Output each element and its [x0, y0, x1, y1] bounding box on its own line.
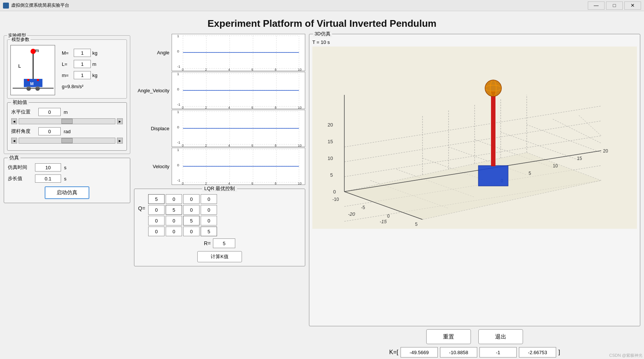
q-matrix-cell-1-1[interactable] [166, 205, 182, 215]
svg-text:6: 6 [252, 182, 254, 185]
svg-text:2: 2 [205, 144, 207, 147]
svg-text:5: 5 [415, 222, 418, 227]
svg-text:5: 5 [529, 171, 531, 176]
svg-text:10: 10 [298, 68, 302, 71]
sim-step-input[interactable] [35, 174, 61, 183]
q-matrix-cell-3-3[interactable] [201, 227, 217, 236]
calc-k-button[interactable]: 计算K值 [197, 251, 242, 262]
q-input-2-2[interactable] [184, 216, 199, 225]
m-input[interactable] [74, 71, 91, 79]
position-unit: m [64, 109, 68, 115]
svg-text:0: 0 [387, 214, 390, 219]
content-area: 实验模型 模型参数 [0, 34, 644, 358]
svg-text:-1: -1 [177, 178, 181, 182]
svg-text:8: 8 [275, 68, 277, 71]
right-bottom: 重置 退出 K=[ ] [309, 329, 640, 358]
sim-time-unit: s [64, 165, 67, 170]
svg-text:4: 4 [228, 144, 230, 147]
angle-input[interactable] [38, 127, 61, 135]
q-input-3-3[interactable] [201, 227, 217, 236]
q-matrix-cell-1-3: 0 [201, 205, 217, 215]
svg-text:1: 1 [177, 110, 179, 114]
q-input-1-1[interactable] [166, 205, 182, 214]
q-matrix-cell-0-2: 0 [183, 194, 200, 204]
chart-row-2: Displace10-10246810 [134, 110, 305, 147]
q-matrix-cell-0-3: 0 [201, 194, 217, 204]
svg-text:20: 20 [328, 122, 333, 128]
minimize-button[interactable]: — [588, 1, 605, 10]
q-matrix-cell-3-2: 0 [183, 227, 200, 236]
model-diagram: m L Angle M [10, 45, 55, 95]
chart-row-1: Angle_Velocity10-10246810 [134, 72, 305, 109]
svg-text:-15: -15 [380, 219, 387, 224]
chart-container-2: 10-10246810 [172, 110, 305, 147]
k-label: K=[ [389, 349, 398, 356]
M-unit: kg [92, 50, 98, 56]
position-slider-track[interactable] [19, 118, 115, 124]
experiment-model-group: 实验模型 模型参数 [4, 35, 130, 154]
position-row: 水平位置 m [11, 108, 123, 116]
svg-text:1: 1 [177, 148, 179, 152]
k2-input[interactable] [440, 347, 477, 358]
position-slider-thumb [61, 119, 73, 124]
watermark: CSDN @紫极神光 [609, 353, 643, 358]
m-param-row: m= kg [62, 71, 98, 79]
angle-slider-right[interactable]: ► [117, 138, 123, 144]
svg-text:4: 4 [228, 182, 230, 185]
svg-marker-107 [344, 153, 601, 219]
k1-input[interactable] [401, 347, 438, 358]
L-input[interactable] [74, 60, 91, 68]
simulation-label: 仿真 [8, 154, 20, 161]
k-bracket: ] [558, 349, 560, 356]
L-unit: m [92, 61, 96, 67]
q-matrix-cell-0-0[interactable] [148, 194, 165, 204]
chart-row-3: Velocity10-10246810 [134, 148, 305, 185]
k3-input[interactable] [479, 347, 517, 358]
q-matrix-cell-2-2[interactable] [183, 216, 200, 225]
start-simulation-button[interactable]: 启动仿真 [45, 186, 89, 199]
close-button[interactable]: ✕ [624, 1, 641, 10]
chart-label-0: Angle [134, 50, 169, 55]
M-input[interactable] [74, 49, 91, 57]
angle-slider-thumb [61, 138, 73, 143]
chart-svg-3: 10-10246810 [172, 148, 305, 185]
q-input-0-0[interactable] [149, 195, 164, 203]
svg-text:10: 10 [298, 182, 302, 185]
k-row: K=[ ] [309, 347, 640, 358]
svg-text:0: 0 [333, 189, 336, 195]
exit-button[interactable]: 退出 [478, 329, 523, 344]
reset-button[interactable]: 重置 [426, 329, 471, 344]
svg-text:0: 0 [177, 49, 179, 53]
chart-label-3: Velocity [134, 164, 169, 169]
svg-text:10: 10 [553, 163, 558, 169]
r-input[interactable] [213, 238, 235, 248]
position-slider-left[interactable]: ◄ [11, 118, 17, 124]
q-matrix-cell-0-1: 0 [166, 194, 182, 204]
svg-text:-1: -1 [177, 64, 181, 68]
position-input[interactable] [38, 108, 61, 116]
q-matrix-grid: 000000000000 [148, 194, 217, 236]
angle-slider-row: ◄ ► [11, 138, 123, 144]
svg-text:6: 6 [252, 68, 254, 71]
position-slider-row: ◄ ► [11, 118, 123, 124]
k4-input[interactable] [519, 347, 556, 358]
svg-text:10: 10 [328, 156, 333, 161]
sim-time-input[interactable] [35, 163, 61, 172]
svg-text:4: 4 [228, 68, 230, 71]
svg-text:15: 15 [577, 156, 582, 161]
chart-container-3: 10-10246810 [172, 148, 305, 185]
svg-text:0: 0 [177, 163, 179, 167]
svg-text:0: 0 [182, 68, 184, 71]
svg-text:1: 1 [177, 34, 179, 38]
angle-slider-track[interactable] [19, 138, 115, 144]
chart-label-2: Displace [134, 126, 169, 131]
position-slider-right[interactable]: ► [117, 118, 123, 124]
maximize-button[interactable]: □ [606, 1, 623, 10]
svg-rect-130 [478, 166, 508, 186]
angle-slider-left[interactable]: ◄ [11, 138, 17, 144]
svg-text:m: m [35, 48, 39, 53]
sim-step-unit: s [64, 176, 67, 182]
g-param-row: g=9.8m/s² [62, 82, 98, 89]
initial-values-label: 初始值 [11, 99, 29, 106]
M-param-row: M= kg [62, 49, 98, 57]
